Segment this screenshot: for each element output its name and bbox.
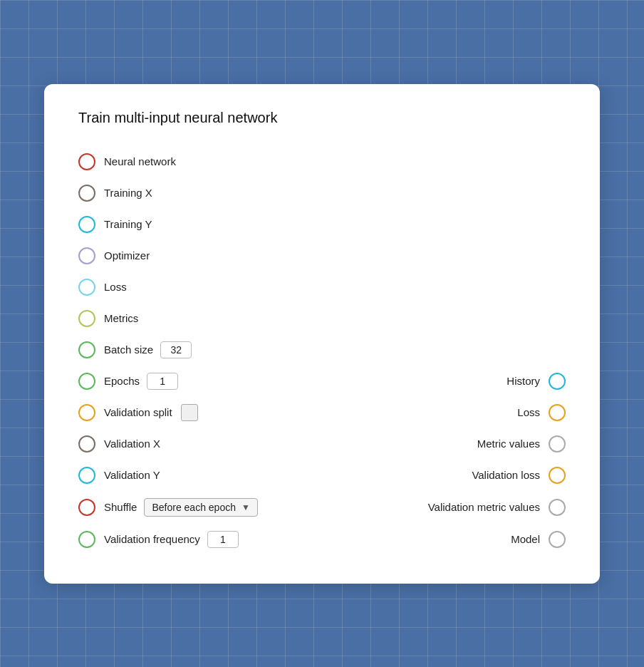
validation-metric-values-circle <box>549 499 566 516</box>
validation-y-circle <box>78 467 95 484</box>
shuffle-dropdown-arrow: ▼ <box>242 502 250 512</box>
training-x-label: Training X <box>104 187 152 199</box>
optimizer-circle <box>78 247 95 264</box>
neural-network-label: Neural network <box>104 155 176 167</box>
epochs-label: Epochs <box>104 375 140 387</box>
validation-frequency-circle <box>78 531 95 548</box>
shuffle-dropdown[interactable]: Before each epoch ▼ <box>144 498 257 517</box>
card: Train multi-input neural network Neural … <box>44 84 600 584</box>
metric-values-circle <box>549 435 566 453</box>
loss-in-label: Loss <box>104 281 127 293</box>
validation-x-label: Validation X <box>104 438 160 450</box>
optimizer-label: Optimizer <box>104 249 150 262</box>
validation-y-label: Validation Y <box>104 469 160 481</box>
shuffle-dropdown-value: Before each epoch <box>152 502 236 513</box>
training-y-label: Training Y <box>104 218 152 230</box>
shuffle-circle <box>78 499 95 516</box>
batch-size-label: Batch size <box>104 343 153 356</box>
validation-metric-values-label: Validation metric values <box>428 501 540 513</box>
model-circle <box>549 531 566 548</box>
training-x-circle <box>78 185 95 202</box>
neural-network-circle <box>78 153 95 170</box>
validation-x-circle <box>78 435 95 453</box>
validation-split-circle <box>78 404 95 421</box>
epochs-input[interactable]: 1 <box>147 373 178 390</box>
card-title: Train multi-input neural network <box>78 110 566 126</box>
metrics-label: Metrics <box>104 312 138 324</box>
history-circle <box>549 373 566 390</box>
loss-in-circle <box>78 279 95 296</box>
shuffle-label: Shuffle <box>104 501 137 513</box>
epochs-circle <box>78 373 95 390</box>
validation-split-checkbox[interactable] <box>181 404 198 421</box>
metrics-circle <box>78 310 95 327</box>
training-y-circle <box>78 216 95 233</box>
validation-frequency-label: Validation frequency <box>104 533 200 545</box>
batch-size-input[interactable]: 32 <box>160 341 192 358</box>
validation-split-label: Validation split <box>104 406 172 418</box>
batch-size-circle <box>78 341 95 358</box>
validation-frequency-input[interactable]: 1 <box>207 531 239 548</box>
loss-out-label: Loss <box>517 406 540 418</box>
history-label: History <box>507 375 540 387</box>
loss-out-circle <box>549 404 566 421</box>
metric-values-label: Metric values <box>477 438 540 450</box>
validation-loss-label: Validation loss <box>472 469 540 481</box>
validation-loss-circle <box>549 467 566 484</box>
model-label: Model <box>511 533 540 545</box>
